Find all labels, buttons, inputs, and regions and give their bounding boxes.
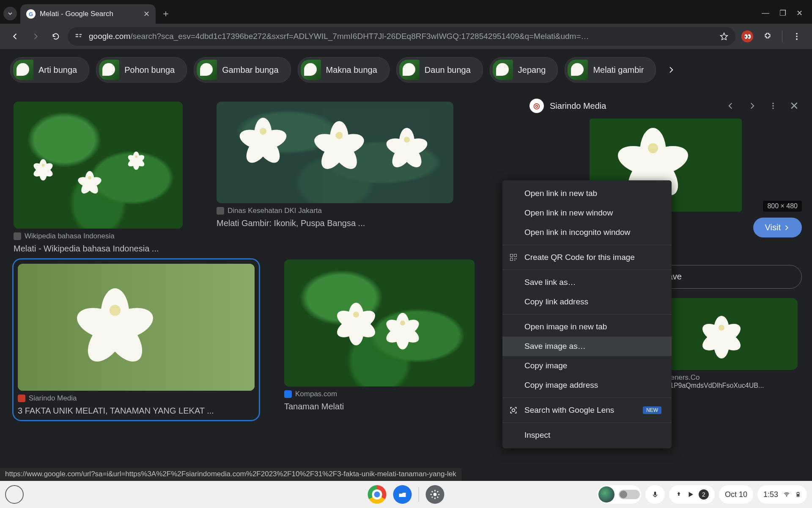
chip-daun-bunga[interactable]: Daun bunga — [396, 57, 483, 83]
svg-point-9 — [772, 108, 774, 109]
context-menu: Open link in new tab Open link in new wi… — [502, 180, 672, 448]
related-image[interactable] — [667, 298, 798, 370]
launcher-icon[interactable] — [5, 485, 24, 504]
result-card[interactable]: Wikipedia bahasa Indonesia Melati - Wiki… — [14, 102, 183, 254]
chip-label: Jepang — [518, 65, 546, 75]
site-info-icon[interactable] — [74, 32, 83, 41]
svg-rect-0 — [76, 34, 79, 35]
tray-quick-settings[interactable]: 2 — [669, 485, 715, 504]
svg-rect-1 — [76, 36, 79, 37]
ctx-create-qr-code[interactable]: Create QR Code for this image — [502, 248, 672, 267]
shelf-chrome-icon[interactable] — [368, 485, 387, 504]
panel-close-icon[interactable]: ✕ — [787, 98, 802, 113]
ctx-search-google-lens[interactable]: Search with Google Lens NEW — [502, 400, 672, 420]
result-source: Dinas Kesehatan DKI Jakarta — [217, 207, 453, 215]
window-minimize-button[interactable]: — — [762, 8, 769, 18]
visit-button-label: Visit — [765, 223, 781, 232]
window-maximize-button[interactable]: ❐ — [779, 8, 786, 18]
tab-title: Melati - Google Search — [40, 10, 139, 18]
svg-point-20 — [786, 496, 787, 497]
svg-rect-13 — [515, 259, 516, 260]
browser-toolbar: google.com/search?sca_esv=4dbd1c17396be2… — [0, 24, 812, 49]
omnibox-url: google.com/search?sca_esv=4dbd1c17396be2… — [89, 32, 713, 41]
chip-melati-gambir[interactable]: Melati gambir — [565, 57, 656, 83]
chip-label: Melati gambir — [593, 65, 644, 75]
ctx-separator — [502, 422, 672, 423]
nav-forward-button[interactable] — [27, 28, 44, 45]
svg-point-16 — [512, 409, 515, 412]
svg-rect-15 — [515, 260, 516, 261]
new-badge: NEW — [643, 406, 661, 414]
chip-pohon-bunga[interactable]: Pohon bunga — [96, 57, 187, 83]
tray-dictation-icon[interactable] — [645, 485, 665, 504]
ctx-separator — [502, 398, 672, 398]
result-title: Tanaman Melati — [284, 402, 475, 411]
main-content: Wikipedia bahasa Indonesia Melati - Wiki… — [0, 89, 812, 481]
ctx-copy-link-address[interactable]: Copy link address — [502, 292, 672, 312]
result-image[interactable] — [14, 102, 183, 229]
ctx-inspect[interactable]: Inspect — [502, 425, 672, 445]
ctx-open-link-new-window[interactable]: Open link in new window — [502, 203, 672, 223]
tray-date[interactable]: Oct 10 — [719, 485, 753, 504]
result-card-selected[interactable]: Siarindo Media 3 FAKTA UNIK MELATI, TANA… — [14, 260, 259, 420]
chip-label: Arti bunga — [38, 65, 77, 75]
new-tab-button[interactable]: ＋ — [159, 7, 173, 20]
chips-scroll-right-icon[interactable] — [663, 61, 680, 78]
result-image[interactable] — [284, 260, 475, 387]
ctx-open-image-new-tab[interactable]: Open image in new tab — [502, 317, 672, 337]
chip-makna-bunga[interactable]: Makna bunga — [298, 57, 390, 83]
image-results-grid: Wikipedia bahasa Indonesia Melati - Wiki… — [0, 89, 524, 481]
related-card[interactable]: eeners.Co v1P9aQmdsVdDlhFsoXuc4UB... — [667, 298, 798, 389]
result-card[interactable]: Dinas Kesehatan DKI Jakarta Melati Gambi… — [217, 102, 453, 254]
ctx-open-link-incognito[interactable]: Open link in incognito window — [502, 223, 672, 242]
shelf-files-icon[interactable] — [393, 485, 412, 504]
panel-more-icon[interactable] — [765, 98, 781, 113]
svg-point-6 — [796, 39, 798, 40]
status-bar-link: https://www.google.com/url?sa=i&url=http… — [0, 468, 461, 481]
ctx-save-image-as[interactable]: Save image as… — [502, 337, 672, 356]
svg-point-4 — [796, 33, 798, 35]
tray-status[interactable]: 1:53 — [757, 485, 807, 504]
window-close-button[interactable]: ✕ — [796, 8, 803, 18]
svg-rect-11 — [514, 254, 517, 257]
result-card[interactable]: Kompas.com Tanaman Melati — [284, 260, 475, 420]
related-chips-row: Arti bunga Pohon bunga Gambar bunga Makn… — [0, 51, 812, 89]
extensions-icon[interactable] — [759, 28, 776, 45]
chip-label: Daun bunga — [425, 65, 471, 75]
shelf-settings-icon[interactable] — [426, 485, 444, 504]
nav-back-button[interactable] — [7, 28, 24, 45]
chip-gambar-bunga[interactable]: Gambar bunga — [194, 57, 291, 83]
result-source: Siarindo Media — [18, 394, 255, 403]
chip-jepang[interactable]: Jepang — [490, 57, 558, 83]
tray-account-toggle[interactable] — [597, 485, 641, 504]
omnibox[interactable]: google.com/search?sca_esv=4dbd1c17396be2… — [68, 27, 735, 46]
bookmark-star-icon[interactable] — [719, 32, 729, 41]
result-title: Melati - Wikipedia bahasa Indonesia ... — [14, 244, 183, 254]
toggle-switch[interactable] — [619, 490, 640, 499]
panel-next-icon[interactable] — [744, 98, 760, 113]
ctx-save-link-as[interactable]: Save link as… — [502, 273, 672, 292]
ctx-copy-image[interactable]: Copy image — [502, 356, 672, 375]
visit-button[interactable]: Visit — [753, 218, 802, 237]
nav-reload-button[interactable] — [47, 28, 64, 45]
ctx-separator — [502, 314, 672, 315]
ctx-open-link-new-tab[interactable]: Open link in new tab — [502, 184, 672, 203]
result-image[interactable] — [217, 102, 453, 203]
chip-arti-bunga[interactable]: Arti bunga — [10, 57, 89, 83]
result-image[interactable] — [18, 264, 255, 391]
tab-search-button[interactable] — [3, 7, 17, 20]
extension-dino-icon[interactable]: 👀 — [739, 28, 756, 45]
browser-menu-icon[interactable] — [788, 28, 805, 45]
chip-thumb-icon — [493, 60, 513, 80]
source-favicon-icon — [217, 207, 224, 215]
browser-tab[interactable]: G Melati - Google Search ✕ — [20, 4, 156, 24]
toolbar-separator — [782, 30, 782, 42]
panel-source-name[interactable]: Siarindo Media — [550, 101, 717, 111]
ctx-copy-image-address[interactable]: Copy image address — [502, 375, 672, 395]
source-favicon-icon — [14, 232, 21, 240]
panel-prev-icon[interactable] — [723, 98, 738, 113]
source-favicon-icon — [284, 390, 292, 398]
chip-thumb-icon — [13, 60, 33, 80]
tab-close-icon[interactable]: ✕ — [143, 9, 150, 19]
titlebar: G Melati - Google Search ✕ ＋ — ❐ ✕ — [0, 0, 812, 24]
